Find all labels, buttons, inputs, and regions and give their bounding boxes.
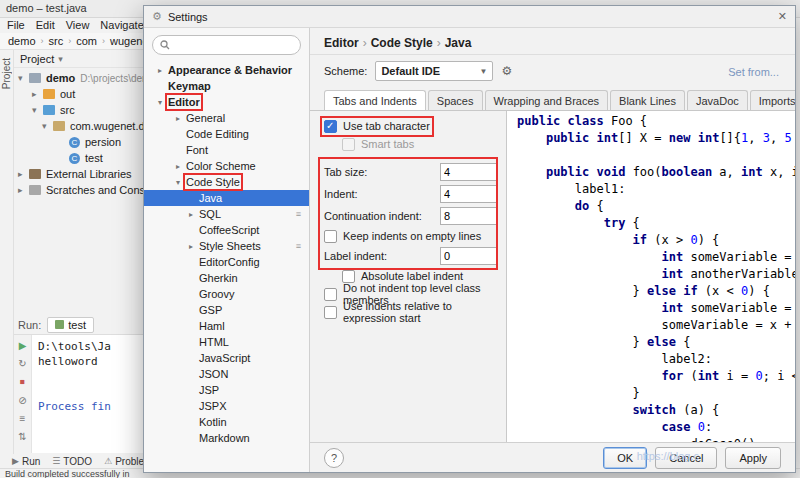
sidebar-item-font[interactable]: Font (144, 142, 309, 158)
clear-icon[interactable]: ⊘ (18, 395, 26, 406)
chevron-right-icon[interactable]: ▸ (189, 242, 199, 251)
chevron-down-icon[interactable]: ▾ (176, 178, 186, 187)
search-input[interactable] (175, 39, 293, 51)
sidebar-item-appearance-behavior[interactable]: ▸Appearance & Behavior (144, 62, 309, 78)
indent-input[interactable] (440, 185, 498, 203)
tool-window-stripe: Project (0, 50, 14, 454)
absolute-label-indent-option[interactable]: Absolute label indent (342, 270, 463, 283)
checkbox-unchecked-icon[interactable] (324, 288, 337, 301)
toolwindow-button-run[interactable]: ▶Run (12, 456, 40, 467)
sidebar-item-markdown[interactable]: Markdown (144, 430, 309, 446)
project-panel-title[interactable]: Project (20, 53, 54, 65)
sidebar-item-sql[interactable]: ▸SQL≡ (144, 206, 309, 222)
chevron-right-icon[interactable]: ▸ (18, 185, 29, 195)
code-line: } else if (x < 0) { (517, 283, 795, 300)
chevron-right-icon[interactable]: ▸ (176, 114, 186, 123)
breadcrumb-item-src[interactable]: src (49, 35, 64, 47)
indents-relative-to-expression-start-row: Use indents relative to expression start (324, 303, 498, 321)
sidebar-item-java[interactable]: Java (144, 190, 309, 206)
checkbox-label: Absolute label indent (361, 270, 463, 282)
chevron-down-icon[interactable]: ▾ (32, 105, 43, 115)
menu-item-view[interactable]: View (66, 19, 90, 32)
chevron-right-icon[interactable]: ▸ (176, 162, 186, 171)
settings-breadcrumb-code-style[interactable]: Code Style (371, 36, 433, 50)
sidebar-item-haml[interactable]: Haml (144, 318, 309, 334)
set-from-link[interactable]: Set from... (728, 66, 779, 78)
tab-imports[interactable]: Imports (750, 90, 795, 110)
checkbox-checked-icon[interactable] (324, 120, 337, 133)
todo-icon: ☰ (52, 456, 60, 466)
indents-relative-to-expression-start-option[interactable]: Use indents relative to expression start (324, 300, 498, 324)
checkbox-unchecked-icon[interactable] (342, 270, 355, 283)
chevron-right-icon[interactable]: ▸ (32, 89, 43, 99)
sidebar-item-editorconfig[interactable]: EditorConfig (144, 254, 309, 270)
sidebar-item-jsp[interactable]: JSP (144, 382, 309, 398)
sidebar-item-keymap[interactable]: Keymap (144, 78, 309, 94)
sidebar-item-javascript[interactable]: JavaScript (144, 350, 309, 366)
sidebar-item-code-style[interactable]: ▾Code Style (144, 174, 309, 190)
sidebar-item-code-editing[interactable]: Code Editing (144, 126, 309, 142)
code-line: label2: (517, 351, 795, 368)
tab-javadoc[interactable]: JavaDoc (687, 90, 748, 110)
tab-blank-lines[interactable]: Blank Lines (610, 90, 685, 110)
tab-wrapping-and-braces[interactable]: Wrapping and Braces (485, 90, 609, 110)
sidebar-item-json[interactable]: JSON (144, 366, 309, 382)
tab-size-input[interactable] (440, 163, 498, 181)
run-tab-test[interactable]: test (47, 317, 94, 333)
keep-indents-on-empty-lines-option[interactable]: Keep indents on empty lines (324, 230, 481, 243)
sidebar-item-gsp[interactable]: GSP (144, 302, 309, 318)
chevron-right-icon[interactable]: ▸ (189, 210, 199, 219)
sidebar-item-coffeescript[interactable]: CoffeeScript (144, 222, 309, 238)
use-tab-character-option[interactable]: Use tab character (324, 120, 430, 133)
sidebar-item-kotlin[interactable]: Kotlin (144, 414, 309, 430)
soft-wrap-icon[interactable]: ≡ (20, 413, 26, 424)
sidebar-item-general[interactable]: ▸General (144, 110, 309, 126)
ok-button[interactable]: OK (603, 447, 647, 469)
project-stripe-button[interactable]: Project (1, 58, 12, 89)
checkbox-unchecked-icon[interactable] (324, 306, 337, 319)
checkbox-unchecked-icon[interactable] (324, 230, 337, 243)
chevron-down-icon[interactable]: ▾ (58, 54, 63, 64)
scheme-select[interactable]: Default IDE ▼ (375, 61, 493, 81)
chevron-right-icon[interactable]: ▸ (18, 169, 29, 179)
label-indent-input[interactable] (440, 247, 498, 265)
rerun-icon[interactable]: ▶ (19, 340, 27, 351)
smart-tabs-option[interactable]: Smart tabs (342, 138, 414, 151)
sidebar-item-html[interactable]: HTML (144, 334, 309, 350)
chevron-down-icon[interactable]: ▾ (158, 98, 168, 107)
menu-item-file[interactable]: File (7, 19, 25, 32)
scroll-icon[interactable]: ⇅ (18, 431, 26, 442)
chevron-down-icon[interactable]: ▾ (42, 121, 53, 131)
breadcrumb-item-com[interactable]: com (76, 35, 97, 47)
sidebar-item-jspx[interactable]: JSPX (144, 398, 309, 414)
continuation-indent-input[interactable] (440, 207, 498, 225)
cancel-button[interactable]: Cancel (655, 447, 717, 469)
menu-item-navigate[interactable]: Navigate (100, 19, 143, 32)
menu-item-edit[interactable]: Edit (36, 19, 55, 32)
help-button[interactable]: ? (324, 448, 344, 468)
close-icon[interactable]: ✕ (778, 10, 787, 23)
apply-button[interactable]: Apply (725, 447, 781, 469)
chevron-right-icon[interactable]: ▸ (158, 66, 168, 75)
breadcrumb-item-demo[interactable]: demo (8, 35, 36, 47)
scheme-gear-icon[interactable]: ⚙ (501, 64, 512, 78)
sidebar-item-color-scheme[interactable]: ▸Color Scheme (144, 158, 309, 174)
sidebar-item-style-sheets[interactable]: ▸Style Sheets≡ (144, 238, 309, 254)
restart-icon[interactable]: ↻ (18, 358, 26, 369)
settings-breadcrumb-java[interactable]: Java (445, 36, 472, 50)
run-tab-label: test (68, 319, 86, 331)
sidebar-item-gherkin[interactable]: Gherkin (144, 270, 309, 286)
settings-breadcrumb-editor[interactable]: Editor (324, 36, 359, 50)
tab-spaces[interactable]: Spaces (428, 90, 483, 110)
sidebar-item-groovy[interactable]: Groovy (144, 286, 309, 302)
settings-search[interactable] (152, 35, 301, 55)
stop-icon[interactable]: ⏹ (20, 376, 25, 388)
checkbox-unchecked-icon[interactable] (342, 138, 355, 151)
tab-tabs-and-indents[interactable]: Tabs and Indents (324, 90, 426, 110)
toolwindow-button-todo[interactable]: ☰TODO (52, 456, 92, 467)
code-line: switch (a) { (517, 402, 795, 419)
chevron-down-icon[interactable]: ▾ (18, 73, 29, 83)
package-icon (53, 121, 65, 131)
code-line: } (517, 385, 795, 402)
sidebar-item-editor[interactable]: ▾Editor (144, 94, 309, 110)
